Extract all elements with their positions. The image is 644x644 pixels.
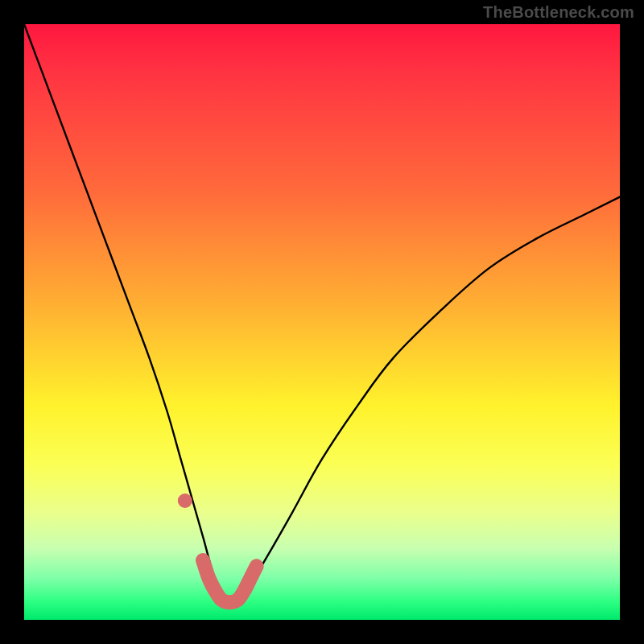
highlight-dot — [178, 493, 192, 508]
bottleneck-curve — [24, 24, 620, 605]
curve-layer — [24, 24, 620, 620]
outer-frame: TheBottleneck.com — [0, 0, 644, 644]
watermark-text: TheBottleneck.com — [483, 3, 634, 22]
highlight-segment — [203, 560, 257, 602]
